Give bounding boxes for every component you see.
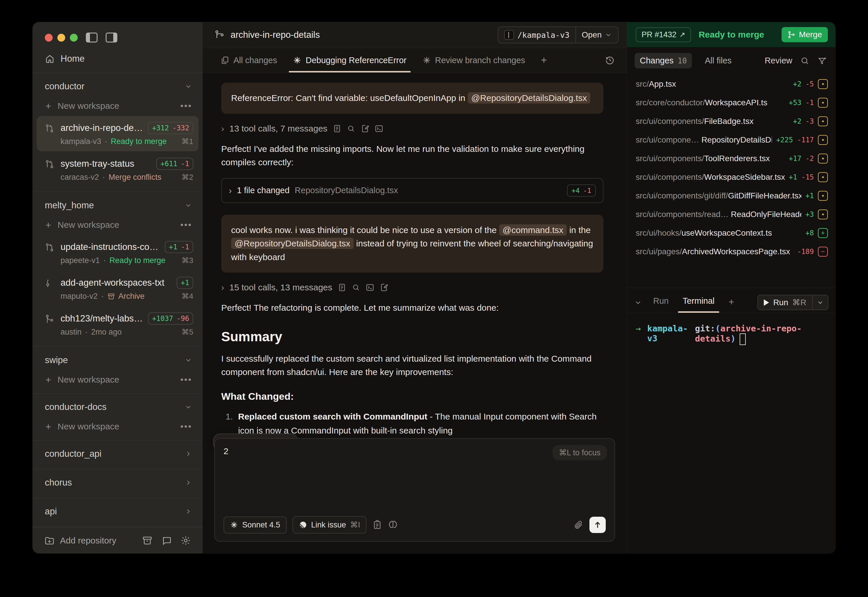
more-options-icon[interactable]: •••	[180, 375, 192, 385]
changes-tabbar: Changes 10 All files Review	[627, 47, 835, 73]
sidebar-group-swipe[interactable]: swipe	[33, 349, 202, 371]
message-composer[interactable]: 2 ⌘L to focus Sonnet 4.5 Link issue ⌘I	[214, 438, 615, 542]
file-directory: src/ui/components/	[636, 154, 704, 163]
gear-icon[interactable]	[180, 535, 191, 546]
review-button[interactable]: Review	[765, 56, 792, 65]
close-window-button[interactable]	[45, 34, 53, 42]
search-icon[interactable]	[800, 56, 810, 66]
new-workspace-button[interactable]: +New workspace•••	[33, 98, 202, 116]
toggle-left-sidebar-icon[interactable]	[86, 33, 98, 43]
changed-file-row[interactable]: src/ui/pages/ArchivedWorkspacesPage.tsx-…	[627, 242, 835, 261]
tab-run[interactable]: Run	[647, 292, 675, 313]
brain-icon[interactable]	[388, 520, 398, 530]
archive-icon[interactable]	[142, 535, 153, 546]
minimize-window-button[interactable]	[57, 34, 65, 42]
terminal-section: Run Terminal + Run ⌘R → kampala-v	[627, 288, 835, 553]
file-name: useWorkspaceContext.ts	[681, 229, 772, 238]
new-workspace-button[interactable]: +New workspace•••	[33, 418, 202, 436]
changed-file-row[interactable]: src/ui/compone… RepositoryDetailsDialog.…	[627, 131, 835, 149]
changed-file-row[interactable]: src/ui/components/FileBadge.tsx+2-3•	[627, 112, 835, 131]
workspace-item[interactable]: add-agent-workspaces-txt+1maputo-v2·Arch…	[37, 271, 199, 306]
file-mention-chip[interactable]: @RepositoryDetailsDialog.tsx	[231, 238, 354, 249]
filter-icon[interactable]	[817, 56, 827, 66]
zoom-window-button[interactable]	[70, 34, 78, 42]
new-tab-button[interactable]: +	[534, 48, 553, 73]
additions-count: +225	[776, 136, 793, 144]
tool-calls-summary[interactable]: › 13 tool calls, 7 messages	[221, 124, 603, 134]
repo-chip[interactable]: /kampala-v3	[498, 27, 576, 43]
chevron-down-icon[interactable]	[634, 298, 642, 307]
run-options-button[interactable]	[813, 295, 828, 310]
pr-number-badge[interactable]: PR #1432 ↗	[636, 27, 691, 42]
branch-name: papeete-v1	[61, 256, 100, 265]
sidebar-group-chorus[interactable]: chorus	[33, 471, 202, 494]
more-options-icon[interactable]: •••	[180, 101, 192, 111]
tab-all-changes[interactable]: All changes	[214, 48, 284, 73]
composer-input[interactable]: 2	[224, 446, 606, 516]
tab-terminal[interactable]: Terminal	[677, 292, 721, 313]
chevron-down-icon	[184, 83, 192, 90]
more-options-icon[interactable]: •••	[180, 220, 192, 230]
sidebar-group-conductor-docs[interactable]: conductor-docs	[33, 395, 202, 418]
tab-debugging-referenceerror[interactable]: Debugging ReferenceError	[287, 48, 413, 73]
workspace-status: Merge conflicts	[109, 173, 162, 182]
model-selector-button[interactable]: Sonnet 4.5	[224, 517, 287, 533]
additions-count: +17	[789, 154, 801, 163]
sidebar-group-conductor_api[interactable]: conductor_api	[33, 442, 202, 465]
changed-file-row[interactable]: src/ui/components/ToolRenderers.tsx+17-2…	[627, 149, 835, 168]
workspace-status: Ready to merge	[110, 256, 165, 265]
open-button[interactable]: Open	[576, 27, 618, 43]
chevron-right-icon	[184, 479, 192, 486]
merge-button[interactable]: Merge	[782, 27, 828, 42]
spark-icon	[293, 56, 302, 65]
toggle-right-sidebar-icon[interactable]	[106, 33, 117, 43]
new-workspace-label: New workspace	[58, 375, 174, 385]
add-repository-button[interactable]: Add repository	[44, 535, 133, 546]
changed-file-row[interactable]: src/ui/components/git/diff/GitDiffFileHe…	[627, 187, 835, 205]
link-issue-button[interactable]: Link issue ⌘I	[293, 516, 367, 533]
tool-calls-summary[interactable]: › 15 tool calls, 13 messages	[221, 282, 603, 293]
spark-icon	[422, 56, 431, 65]
workspace-item[interactable]: system-tray-status+611-1caracas-v2·Merge…	[37, 152, 199, 187]
workspace-item[interactable]: cbh123/melty-labs-ho…+1037-96austin·2mo …	[37, 307, 199, 342]
changed-file-row[interactable]: src/core/conductor/WorkspaceAPI.ts+53-1•	[627, 94, 835, 112]
paperclip-icon[interactable]	[574, 520, 584, 530]
send-button[interactable]	[589, 517, 606, 533]
file-name: ArchivedWorkspacesPage.tsx	[682, 247, 790, 256]
chevron-right-icon	[184, 508, 192, 515]
sidebar-group-conductor[interactable]: conductor	[33, 75, 202, 98]
file-changed-box[interactable]: › 1 file changed RepositoryDetailsDialog…	[221, 178, 603, 203]
app-window: Home conductor+New workspace•••archive-i…	[33, 22, 835, 553]
repo-open-control: /kampala-v3 Open	[498, 27, 618, 43]
more-options-icon[interactable]: •••	[180, 422, 192, 431]
plus-icon: +	[45, 422, 51, 431]
changed-file-row[interactable]: src/ui/hooks/useWorkspaceContext.ts+8+	[627, 224, 835, 242]
history-icon[interactable]	[605, 55, 615, 65]
new-terminal-button[interactable]: +	[723, 292, 740, 313]
tab-changes[interactable]: Changes 10	[635, 53, 692, 68]
search-icon	[352, 283, 360, 292]
clipboard-icon[interactable]	[372, 520, 382, 530]
sidebar-item-home[interactable]: Home	[33, 45, 202, 73]
workspace-item[interactable]: update-instructions-codex+1-1papeete-v1·…	[37, 235, 199, 270]
chat-icon[interactable]	[161, 535, 172, 546]
new-workspace-button[interactable]: +New workspace•••	[33, 217, 202, 235]
workspace-group: chorus	[33, 469, 202, 498]
sidebar-group-melty_home[interactable]: melty_home	[33, 194, 202, 217]
terminal-output[interactable]: → kampala-v3 git:(archive-in-repo-detail…	[627, 313, 835, 553]
sidebar-group-api[interactable]: api	[33, 500, 202, 523]
summary-heading: Summary	[221, 329, 603, 345]
file-mention-chip[interactable]: @command.tsx	[499, 224, 567, 236]
tab-review-branch-changes[interactable]: Review branch changes	[416, 48, 532, 73]
tab-all-files[interactable]: All files	[700, 53, 737, 68]
focus-hint-badge: ⌘L to focus	[553, 445, 607, 460]
run-button[interactable]: Run ⌘R	[758, 295, 813, 310]
file-mention-chip[interactable]: @RepositoryDetailsDialog.tsx	[468, 92, 590, 104]
changed-file-row[interactable]: src/App.tsx+2-5•	[627, 75, 835, 94]
workspace-item[interactable]: archive-in-repo-details+312-332kampala-v…	[37, 116, 199, 151]
changed-file-row[interactable]: src/ui/components/WorkspaceSidebar.tsx+1…	[627, 168, 835, 187]
group-name: swipe	[45, 355, 184, 365]
changed-file-row[interactable]: src/ui/components/read… ReadOnlyFileHead…	[627, 205, 835, 224]
home-icon	[45, 54, 55, 64]
new-workspace-button[interactable]: +New workspace•••	[33, 371, 202, 389]
